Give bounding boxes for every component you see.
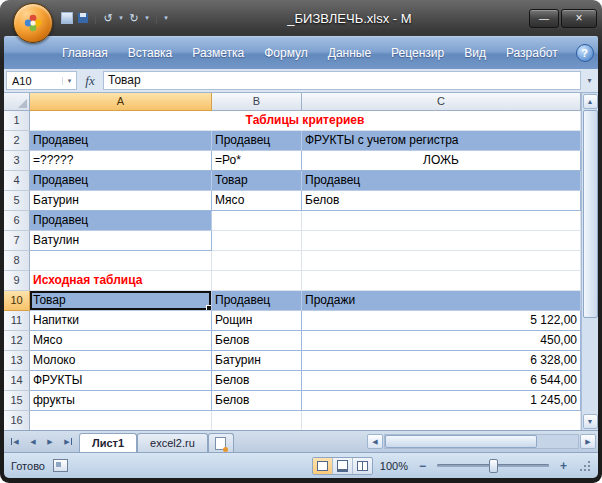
cell-B7[interactable]: [212, 231, 302, 251]
row-header-8[interactable]: 8: [4, 251, 30, 271]
redo-dropdown-icon[interactable]: ▾: [143, 10, 151, 26]
prev-sheet-icon[interactable]: ◀: [25, 434, 41, 450]
row-header-2[interactable]: 2: [4, 131, 30, 151]
name-box[interactable]: A10 ▾: [6, 71, 77, 90]
cell-B5[interactable]: Мясо: [212, 191, 302, 211]
cell-B14[interactable]: Белов: [212, 371, 302, 391]
cell-A2[interactable]: Продавец: [30, 131, 212, 151]
cell-A5[interactable]: Батурин: [30, 191, 212, 211]
cell-B15[interactable]: Белов: [212, 391, 302, 411]
zoom-level-button[interactable]: 100%: [380, 460, 408, 472]
cell-A7[interactable]: Ватулин: [30, 231, 212, 251]
ribbon-tab-1[interactable]: Главная: [52, 38, 118, 68]
cell-A6[interactable]: Продавец: [30, 211, 212, 231]
redo-icon[interactable]: ↻: [127, 10, 141, 26]
cell-A11[interactable]: Напитки: [30, 311, 212, 331]
sheet-tab-2[interactable]: excel2.ru: [137, 433, 208, 452]
column-header-B[interactable]: B: [212, 93, 302, 111]
vertical-scrollbar[interactable]: ▲ ▼: [581, 93, 598, 430]
cell-C14[interactable]: 6 544,00: [302, 371, 581, 391]
ribbon-tab-2[interactable]: Вставка: [118, 38, 183, 68]
row-header-16[interactable]: 16: [4, 411, 30, 430]
row-header-15[interactable]: 15: [4, 391, 30, 411]
horizontal-scrollbar[interactable]: ◀ ▶: [365, 431, 598, 452]
ribbon-tab-8[interactable]: Разработ: [496, 38, 568, 68]
row-header-11[interactable]: 11: [4, 311, 30, 331]
cell-B6[interactable]: [212, 211, 302, 231]
cell-C9[interactable]: [302, 271, 581, 291]
close-button[interactable]: ×: [561, 9, 597, 28]
resize-grip[interactable]: [578, 459, 591, 472]
qat-customize-icon[interactable]: ▾: [162, 10, 170, 26]
select-all-corner[interactable]: [4, 93, 30, 111]
cell-B16[interactable]: [212, 411, 302, 430]
name-box-dropdown-icon[interactable]: ▾: [62, 77, 76, 85]
office-button[interactable]: [13, 3, 53, 43]
cell-C7[interactable]: [302, 231, 581, 251]
cell-B11[interactable]: Рощин: [212, 311, 302, 331]
row-header-9[interactable]: 9: [4, 271, 30, 291]
cell-A10[interactable]: Товар: [30, 291, 212, 311]
formula-input[interactable]: Товар: [103, 71, 581, 90]
scroll-up-icon[interactable]: ▲: [583, 94, 598, 109]
cell-A15[interactable]: фрукты: [30, 391, 212, 411]
ribbon-tab-4[interactable]: Формул: [254, 38, 318, 68]
undo-icon[interactable]: ↺: [101, 10, 115, 26]
cell-B2[interactable]: Продавец: [212, 131, 302, 151]
cell-C3[interactable]: ЛОЖЬ: [302, 151, 581, 171]
cell-A12[interactable]: Мясо: [30, 331, 212, 351]
column-header-A[interactable]: A: [30, 93, 212, 111]
cell-A4[interactable]: Продавец: [30, 171, 212, 191]
cell-B9[interactable]: [212, 271, 302, 291]
cell-B8[interactable]: [212, 251, 302, 271]
row-header-13[interactable]: 13: [4, 351, 30, 371]
ribbon-tab-6[interactable]: Рецензир: [381, 38, 454, 68]
ribbon-tab-7[interactable]: Вид: [454, 38, 496, 68]
cell-C5[interactable]: Белов: [302, 191, 581, 211]
scroll-down-icon[interactable]: ▼: [583, 414, 598, 429]
last-sheet-icon[interactable]: ▶: [59, 434, 75, 450]
row-header-14[interactable]: 14: [4, 371, 30, 391]
cell-B4[interactable]: Товар: [212, 171, 302, 191]
cell-C11[interactable]: 5 122,00: [302, 311, 581, 331]
row-header-5[interactable]: 5: [4, 191, 30, 211]
save-icon[interactable]: [76, 10, 90, 26]
cell-B12[interactable]: Белов: [212, 331, 302, 351]
cell-C12[interactable]: 450,00: [302, 331, 581, 351]
next-sheet-icon[interactable]: ▶: [42, 434, 58, 450]
cell-A8[interactable]: [30, 251, 212, 271]
cell-A3[interactable]: =?????: [30, 151, 212, 171]
cell-C16[interactable]: [302, 411, 581, 430]
cell-B3[interactable]: =Ро*: [212, 151, 302, 171]
zoom-in-button[interactable]: +: [556, 459, 571, 473]
view-page-layout-button[interactable]: [333, 458, 353, 474]
view-page-break-button[interactable]: [353, 458, 372, 474]
help-icon[interactable]: ?: [576, 44, 594, 62]
view-normal-button[interactable]: [313, 458, 333, 474]
cell-C15[interactable]: 1 245,00: [302, 391, 581, 411]
insert-worksheet-tab[interactable]: [208, 433, 234, 452]
row-header-12[interactable]: 12: [4, 331, 30, 351]
column-header-C[interactable]: C: [302, 93, 581, 111]
zoom-slider[interactable]: [437, 459, 549, 473]
ribbon-tab-5[interactable]: Данные: [318, 38, 381, 68]
macro-record-icon[interactable]: [53, 459, 68, 472]
zoom-out-button[interactable]: −: [415, 459, 430, 473]
horizontal-scroll-track[interactable]: [384, 434, 579, 449]
cell-C2[interactable]: ФРУКТЫ с учетом регистра: [302, 131, 581, 151]
row-header-10[interactable]: 10: [4, 291, 30, 311]
cell-C6[interactable]: [302, 211, 581, 231]
cell-C10[interactable]: Продажи: [302, 291, 581, 311]
row-header-4[interactable]: 4: [4, 171, 30, 191]
cell-A16[interactable]: [30, 411, 212, 430]
cell-A14[interactable]: ФРУКТЫ: [30, 371, 212, 391]
insert-function-button[interactable]: fx: [77, 73, 103, 89]
cell-A9[interactable]: Исходная таблица: [30, 271, 212, 291]
horizontal-scroll-thumb[interactable]: [385, 435, 537, 448]
cell-A1-merged[interactable]: Таблицы критериев: [30, 111, 581, 131]
row-header-3[interactable]: 3: [4, 151, 30, 171]
formula-bar-expand-icon[interactable]: ▾: [581, 76, 598, 85]
scroll-left-icon[interactable]: ◀: [367, 434, 383, 449]
sheet-tab-1[interactable]: Лист1: [79, 433, 137, 452]
undo-dropdown-icon[interactable]: ▾: [117, 10, 125, 26]
